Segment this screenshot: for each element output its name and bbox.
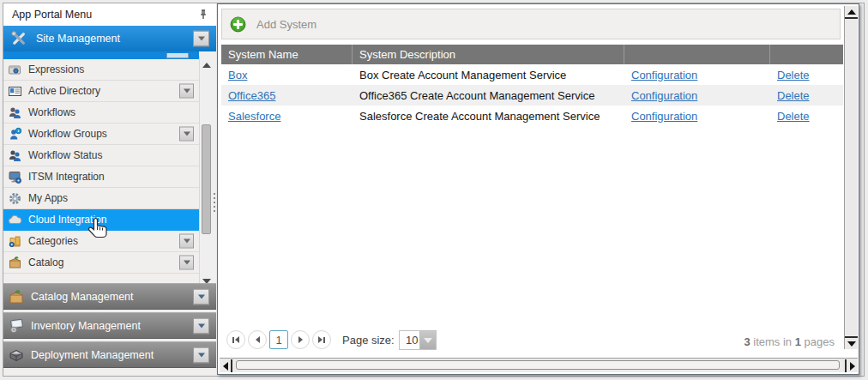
tools-icon — [9, 28, 29, 49]
sidebar-item-workflow-groups[interactable]: i Workflow Groups — [3, 124, 199, 145]
sidebar-item-workflow-status[interactable]: Workflow Status — [3, 145, 199, 166]
sidebar-item-workflows[interactable]: Workflows — [3, 102, 199, 124]
chevron-down-button[interactable] — [193, 317, 209, 334]
chevron-down-button[interactable] — [179, 84, 194, 99]
scroll-right-icon[interactable] — [845, 359, 858, 372]
horizontal-scrollbar[interactable] — [220, 358, 858, 372]
sidebar-item-label: My Apps — [28, 192, 68, 204]
sidebar: App Portal Menu Site Management Exp — [3, 3, 216, 376]
column-header-delete — [770, 45, 843, 64]
sidebar-group-deployment-management[interactable]: Deployment Management — [3, 341, 216, 368]
sidebar-item-label: Workflows — [28, 106, 75, 118]
page-size-value: 10 — [400, 331, 419, 349]
delete-link[interactable]: Delete — [777, 69, 810, 81]
sidebar-item-label: Workflow Groups — [28, 128, 107, 140]
table-row: Office365 Office365 Create Account Manag… — [221, 85, 843, 106]
previous-page-button[interactable] — [248, 330, 267, 349]
add-icon[interactable] — [229, 15, 247, 33]
sidebar-item-label: Workflow Status — [28, 149, 102, 161]
chevron-down-button[interactable] — [179, 234, 194, 249]
page-size-select[interactable]: 10 — [399, 330, 437, 350]
itsm-integration-icon — [8, 170, 22, 184]
active-directory-icon — [8, 84, 22, 99]
sidebar-header: App Portal Menu — [3, 3, 216, 26]
table-header: System Name System Description — [221, 45, 843, 64]
categories-icon — [8, 234, 22, 249]
scroll-up-icon[interactable] — [845, 6, 858, 19]
workflows-icon — [8, 106, 22, 120]
scrollbar-thumb[interactable] — [236, 360, 840, 370]
workflow-status-icon — [8, 148, 22, 163]
sidebar-item-my-apps[interactable]: My Apps — [3, 188, 199, 209]
inventory-management-icon — [8, 317, 25, 335]
pages-count: 1 — [795, 335, 801, 348]
system-description: Office365 Create Account Management Serv… — [353, 85, 624, 106]
sidebar-item-label: Active Directory — [28, 85, 100, 97]
sidebar-group-site-management[interactable]: Site Management — [3, 26, 216, 51]
partial-button-bottom — [166, 53, 189, 58]
system-description: Salesforce Create Account Management Ser… — [353, 106, 624, 126]
items-count: 3 — [744, 335, 750, 348]
sidebar-bottom-groups: Catalog Management Inventory Management … — [3, 283, 216, 371]
table-row: Box Box Create Account Management Servic… — [221, 64, 843, 85]
scroll-up-icon[interactable] — [200, 59, 214, 71]
last-page-button[interactable] — [312, 330, 331, 349]
column-header-system-description[interactable]: System Description — [353, 45, 624, 64]
sidebar-scrollbar[interactable] — [199, 56, 214, 291]
configuration-link[interactable]: Configuration — [631, 89, 697, 102]
chevron-down-button[interactable] — [179, 127, 194, 142]
next-page-button[interactable] — [291, 330, 310, 349]
sidebar-item-label: ITSM Integration — [28, 171, 105, 183]
column-header-system-name[interactable]: System Name — [221, 45, 353, 64]
system-name-link[interactable]: Office365 — [228, 89, 275, 102]
delete-link[interactable]: Delete — [777, 110, 810, 123]
catalog-management-icon — [8, 288, 25, 305]
sidebar-item-catalog[interactable]: Catalog — [3, 252, 199, 274]
sidebar-item-label: Catalog — [28, 256, 63, 268]
cloud-integration-icon — [8, 213, 22, 227]
chevron-down-button[interactable] — [179, 256, 194, 270]
chevron-down-button[interactable] — [193, 288, 209, 305]
sidebar-item-expressions[interactable]: Expressions — [3, 59, 199, 81]
scroll-down-icon[interactable] — [845, 336, 858, 349]
sidebar-group-label: Site Management — [36, 33, 120, 45]
pagination-bar: 1 Page size: 10 3 items in 1 pages — [218, 325, 859, 358]
chevron-down-icon[interactable] — [419, 331, 436, 349]
app-window: App Portal Menu Site Management Exp — [0, 0, 868, 380]
system-name-link[interactable]: Box — [228, 69, 247, 81]
column-header-configuration — [624, 45, 770, 64]
sidebar-group-label: Catalog Management — [31, 291, 134, 303]
first-page-button[interactable] — [226, 330, 245, 349]
cursor-icon — [87, 216, 109, 242]
configuration-link[interactable]: Configuration — [631, 110, 697, 123]
delete-link[interactable]: Delete — [777, 89, 810, 102]
scrollbar-thumb[interactable] — [202, 124, 211, 234]
sidebar-item-itsm-integration[interactable]: ITSM Integration — [3, 166, 199, 188]
expressions-icon — [8, 63, 22, 77]
chevron-down-button[interactable] — [193, 347, 209, 363]
vertical-scrollbar[interactable] — [844, 6, 858, 349]
chevron-down-button[interactable] — [193, 31, 209, 47]
sidebar-group-label: Deployment Management — [31, 349, 154, 361]
sidebar-item-active-directory[interactable]: Active Directory — [3, 81, 199, 102]
partially-scrolled-item — [3, 51, 199, 59]
catalog-icon — [8, 256, 22, 270]
scroll-left-icon[interactable] — [220, 359, 232, 372]
current-page-button[interactable]: 1 — [269, 330, 288, 349]
system-name-link[interactable]: Salesforce — [228, 110, 280, 123]
pin-icon[interactable] — [197, 9, 209, 21]
sidebar-group-inventory-management[interactable]: Inventory Management — [3, 312, 216, 339]
sidebar-group-catalog-management[interactable]: Catalog Management — [3, 283, 216, 310]
main-panel: Add System System Name System Descriptio… — [217, 3, 859, 375]
add-system-button[interactable]: Add System — [256, 18, 316, 31]
table-row: Salesforce Salesforce Create Account Man… — [221, 106, 843, 126]
sidebar-group-label: Inventory Management — [31, 320, 141, 332]
splitter-handle[interactable] — [214, 193, 216, 212]
sidebar-title: App Portal Menu — [12, 9, 92, 21]
sidebar-item-label: Categories — [28, 235, 78, 247]
items-summary: 3 items in 1 pages — [744, 335, 835, 348]
page-size-label: Page size: — [342, 334, 395, 347]
workflow-groups-icon: i — [8, 127, 22, 142]
sidebar-item-label: Expressions — [28, 63, 84, 75]
configuration-link[interactable]: Configuration — [631, 69, 697, 81]
